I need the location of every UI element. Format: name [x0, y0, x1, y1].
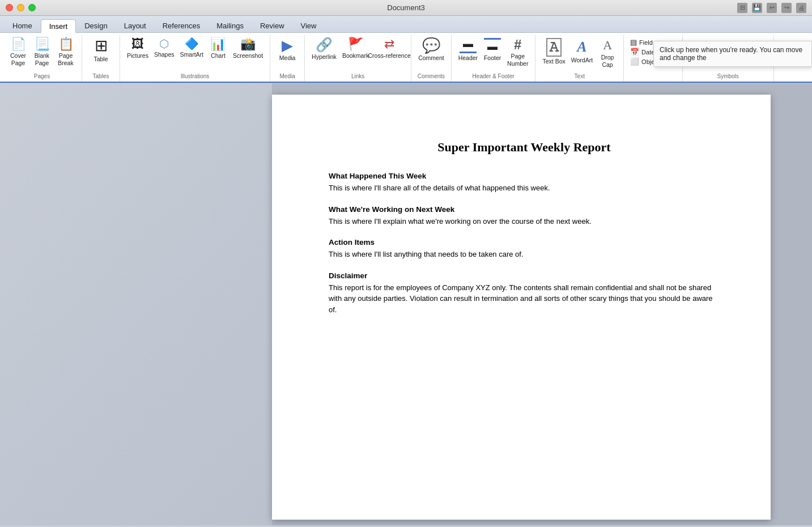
- header-icon: ▬: [460, 38, 477, 53]
- field-label: Field: [639, 39, 653, 46]
- bookmark-label: Bookmark: [342, 52, 369, 60]
- document-area: Super Important Weekly Report What Happe…: [272, 83, 812, 525]
- page-break-label: PageBreak: [58, 52, 73, 66]
- bookmark-button[interactable]: 🚩 Bookmark: [340, 36, 371, 61]
- cross-reference-label: Cross-reference: [368, 52, 411, 60]
- tab-design[interactable]: Design: [76, 19, 115, 32]
- comment-label: Comment: [418, 54, 444, 62]
- blank-page-icon: 📃: [35, 38, 50, 50]
- footer-button[interactable]: ▬ Footer: [481, 36, 504, 63]
- main-area: Super Important Weekly Report What Happe…: [0, 83, 812, 525]
- drop-cap-icon: A: [603, 38, 612, 53]
- page-number-button[interactable]: # PageNumber: [505, 36, 530, 69]
- shapes-button[interactable]: ⬡ Shapes: [152, 36, 177, 60]
- tab-view[interactable]: View: [293, 19, 325, 32]
- symbols-label: Symbols: [687, 73, 769, 80]
- ribbon-group-text: 𝙰 Text Box A WordArt A DropCap Text: [535, 35, 624, 82]
- ribbon-group-links: 🔗 Hyperlink 🚩 Bookmark ⇄ Cross-reference…: [305, 35, 411, 82]
- hyperlink-icon: 🔗: [316, 38, 333, 52]
- page-number-label: PageNumber: [507, 53, 528, 67]
- maximize-button[interactable]: [28, 4, 36, 11]
- screenshot-button[interactable]: 📸 Screenshot: [231, 36, 265, 61]
- comment-icon: 💬: [422, 38, 440, 53]
- pictures-label: Pictures: [127, 52, 148, 60]
- section-1-body: This is where I'll share all of the deta…: [329, 182, 720, 194]
- minimize-button[interactable]: [17, 4, 24, 11]
- smartart-button[interactable]: 🔷 SmartArt: [178, 36, 206, 60]
- undo-icon[interactable]: ↩: [767, 3, 777, 13]
- tab-bar: Home Insert Design Layout References Mai…: [0, 16, 812, 33]
- tab-references[interactable]: References: [155, 19, 208, 32]
- hyperlink-label: Hyperlink: [312, 53, 337, 61]
- header-button[interactable]: ▬ Header: [456, 36, 480, 63]
- title-bar: ⊟ 💾 ↩ ↪ 🖨 Document3: [0, 0, 812, 16]
- tab-mailings[interactable]: Mailings: [209, 19, 252, 32]
- tables-label: Tables: [87, 73, 115, 80]
- cover-page-button[interactable]: 📄 CoverPage: [7, 36, 29, 68]
- wordart-label: WordArt: [571, 57, 593, 64]
- wordart-button[interactable]: A WordArt: [569, 36, 595, 66]
- smartart-icon: 🔷: [185, 38, 199, 49]
- text-group-label: Text: [540, 73, 619, 80]
- section-1-heading: What Happened This Week: [329, 172, 720, 180]
- section-2: What We're Working on Next Week This is …: [329, 205, 720, 227]
- links-buttons: 🔗 Hyperlink 🚩 Bookmark ⇄ Cross-reference: [309, 36, 406, 73]
- page-break-button[interactable]: 📋 PageBreak: [54, 36, 77, 68]
- title-bar-icons: ⊟ 💾 ↩ ↪ 🖨: [737, 3, 806, 13]
- header-label: Header: [458, 54, 478, 62]
- table-button[interactable]: ⊞ Table: [87, 36, 115, 65]
- pages-label: Pages: [7, 73, 77, 80]
- table-label: Table: [93, 56, 108, 63]
- document-title-text: Super Important Weekly Report: [329, 140, 720, 155]
- pictures-icon: 🖼: [131, 38, 144, 50]
- cross-reference-icon: ⇄: [384, 38, 394, 50]
- tab-home[interactable]: Home: [5, 19, 40, 32]
- text-extras-label: [628, 78, 678, 79]
- media-label: Media: [279, 54, 296, 62]
- text-box-button[interactable]: 𝙰 Text Box: [540, 36, 567, 66]
- tooltip-text: Click up here when you're ready. You can…: [660, 46, 802, 62]
- tooltip-overlay: Click up here when you're ready. You can…: [653, 41, 812, 67]
- page-break-icon: 📋: [58, 38, 74, 50]
- comments-label: Comments: [416, 73, 447, 80]
- sidebar-icon[interactable]: ⊟: [737, 3, 747, 13]
- comment-button[interactable]: 💬 Comment: [416, 36, 447, 63]
- tab-layout[interactable]: Layout: [116, 19, 154, 32]
- chart-button[interactable]: 📊 Chart: [207, 36, 229, 61]
- blank-page-label: BlankPage: [35, 52, 49, 66]
- header-footer-label: Header & Footer: [456, 73, 531, 80]
- media-icon: ▶: [282, 38, 293, 53]
- hyperlink-button[interactable]: 🔗 Hyperlink: [309, 36, 339, 62]
- chart-label: Chart: [211, 52, 226, 60]
- redo-icon[interactable]: ↪: [781, 3, 792, 13]
- ribbon-group-media: ▶ Media Media: [270, 35, 305, 82]
- section-3: Action Items This is where I'll list any…: [329, 238, 720, 260]
- tab-review[interactable]: Review: [252, 19, 292, 32]
- illustrations-buttons: 🖼 Pictures ⬡ Shapes 🔷 SmartArt 📊 Chart 📸: [125, 36, 265, 73]
- section-4-heading: Disclaimer: [329, 271, 720, 280]
- drop-cap-label: DropCap: [601, 54, 614, 68]
- footer-label: Footer: [484, 54, 501, 62]
- illustrations-label: Illustrations: [125, 73, 265, 80]
- drop-cap-button[interactable]: A DropCap: [596, 36, 619, 70]
- ribbon-group-tables: ⊞ Table Tables: [82, 35, 120, 82]
- screenshot-icon: 📸: [240, 38, 256, 50]
- pages-buttons: 📄 CoverPage 📃 BlankPage 📋 PageBreak: [7, 36, 77, 73]
- ribbon-content: 📄 CoverPage 📃 BlankPage 📋 PageBreak Page…: [0, 33, 812, 83]
- page-number-icon: #: [514, 38, 521, 52]
- section-2-heading: What We're Working on Next Week: [329, 205, 720, 214]
- section-3-body: This is where I'll list anything that ne…: [329, 249, 720, 260]
- cover-page-label: CoverPage: [10, 52, 26, 66]
- wordart-icon: A: [577, 38, 586, 56]
- comments-buttons: 💬 Comment: [416, 36, 447, 73]
- pictures-button[interactable]: 🖼 Pictures: [125, 36, 151, 61]
- cross-reference-button[interactable]: ⇄ Cross-reference: [372, 36, 406, 61]
- blank-page-button[interactable]: 📃 BlankPage: [31, 36, 53, 68]
- save-icon[interactable]: 💾: [752, 3, 762, 13]
- section-1: What Happened This Week This is where I'…: [329, 172, 720, 194]
- close-button[interactable]: [6, 4, 13, 11]
- media-button[interactable]: ▶ Media: [275, 36, 300, 63]
- tab-insert[interactable]: Insert: [41, 19, 76, 33]
- print-icon[interactable]: 🖨: [796, 3, 806, 13]
- tables-buttons: ⊞ Table: [87, 36, 115, 73]
